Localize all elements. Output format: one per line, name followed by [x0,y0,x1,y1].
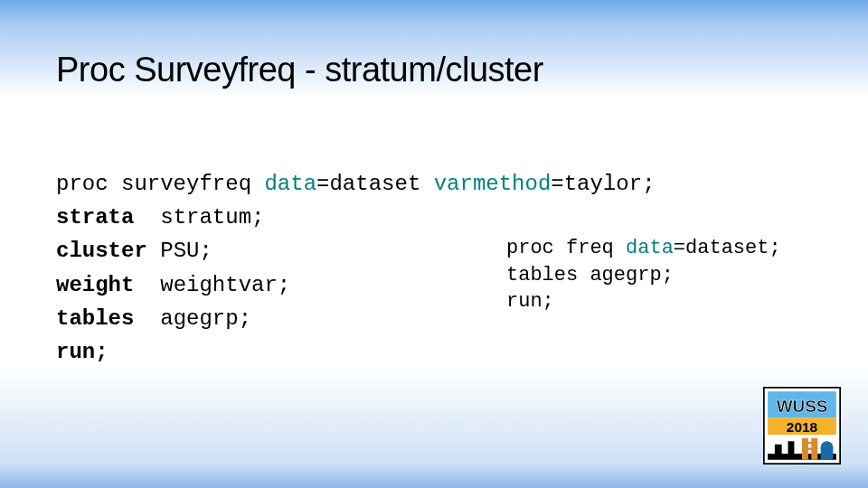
code-line-proc: proc surveyfreq data=dataset varmethod=t… [56,167,656,201]
svg-rect-5 [821,447,834,460]
kw-proc-freq: proc freq [506,237,614,259]
slide-title: Proc Surveyfreq - stratum/cluster [56,51,543,89]
kw-cluster: cluster [56,239,147,263]
kw-run: run; [56,340,108,364]
side-opt-data: data [626,237,674,259]
code-line-strata: strata stratum; [56,201,656,234]
logo-text-year: 2018 [787,419,818,435]
kw-tables: tables [56,306,134,331]
arg-weightvar: weightvar; [160,273,290,297]
side-line-proc: proc freq data=dataset; [506,235,781,262]
val-dataset: =dataset [316,172,434,196]
side-code-block: proc freq data=dataset; tables agegrp; r… [506,235,781,315]
logo-skyline-icon [768,435,836,460]
wuss-2018-logo: WUSS 2018 [763,387,841,465]
val-taylor: =taylor; [551,172,655,196]
arg-agegrp: agegrp; [160,306,251,331]
arg-stratum: stratum; [160,205,264,230]
side-line-tables: tables agegrp; [506,262,781,289]
opt-varmethod: varmethod [434,172,552,196]
kw-weight: weight [56,273,134,297]
kw-strata: strata [56,205,134,230]
kw-proc-surveyfreq: proc surveyfreq [56,172,251,196]
arg-psu: PSU; [160,239,212,263]
opt-data: data [264,172,316,196]
side-val-dataset: =dataset; [674,237,781,259]
code-line-run: run; [56,335,656,369]
logo-text-wuss: WUSS [777,397,828,416]
side-line-run: run; [506,288,781,315]
